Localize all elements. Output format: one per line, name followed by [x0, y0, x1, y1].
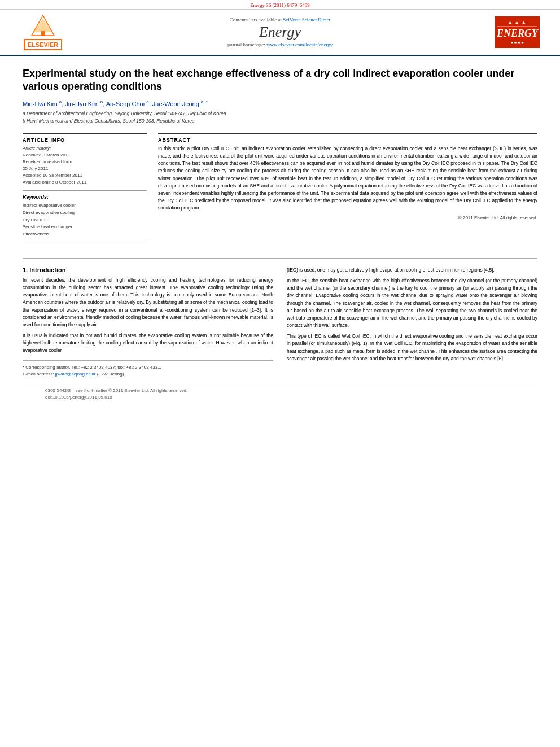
top-banner: Energy 36 (2011) 6479–6489	[0, 0, 560, 10]
svg-marker-2	[33, 19, 53, 32]
keyword-3: Dry Coil IEC	[23, 217, 147, 224]
intro-right-para1: (IEC) is used, one may get a relatively …	[287, 267, 537, 274]
issn-line: 0360-5442/$ – see front matter © 2011 El…	[45, 387, 515, 395]
keywords-label: Keywords:	[23, 194, 147, 200]
keyword-5: Effectiveness	[23, 231, 147, 238]
journal-header: ELSEVIER Contents lists available at Sci…	[0, 10, 560, 56]
intro-para2: It is usually indicated that in hot and …	[23, 332, 273, 355]
article-info-abstract-row: ARTICLE INFO Article history: Received 8…	[23, 133, 537, 248]
authors-line: Min-Hwi Kim a, Jin-Hyo Kim b, An-Seop Ch…	[23, 99, 537, 107]
article-history: Article history: Received 8 March 2011 R…	[23, 145, 147, 186]
revised-label: Received in revised form	[23, 159, 147, 165]
journal-title: Energy	[77, 24, 483, 41]
email-line: E-mail address: jjwarc@sejong.ac.kr (J.-…	[23, 371, 273, 378]
abstract-label: ABSTRACT	[158, 137, 537, 143]
keyword-1: Indirect evaporative cooler	[23, 202, 147, 209]
intro-right-para3: This type of IEC is called Wet Coil IEC,…	[287, 333, 537, 362]
copyright-line: © 2011 Elsevier Ltd. All rights reserved…	[158, 215, 537, 220]
corresponding-author-note: * Corresponding author. Tel.: +82 2 3408…	[23, 364, 273, 371]
email-name: (J.-W. Jeong).	[97, 372, 125, 377]
email-label: E-mail address:	[23, 372, 54, 377]
history-label: Article history:	[23, 146, 51, 151]
keyword-2: Direct evaporative cooling	[23, 209, 147, 217]
affiliations: a Department of Architectural Engineerin…	[23, 110, 537, 125]
affiliation-a: a Department of Architectural Engineerin…	[23, 110, 537, 117]
elsevier-tree-icon	[29, 14, 57, 37]
article-info-section: ARTICLE INFO Article history: Received 8…	[23, 133, 147, 242]
accepted-date: Accepted 10 September 2011	[23, 172, 147, 179]
available-date: Available online 8 October 2011	[23, 179, 147, 186]
intro-right-para2: In the IEC, the sensible heat exchange w…	[287, 277, 537, 329]
abstract-col: ABSTRACT In this study, a pilot Dry Coil…	[158, 133, 537, 248]
article-info-label: ARTICLE INFO	[23, 137, 147, 143]
article-title: Experimental study on the heat exchange …	[23, 67, 537, 94]
abstract-text: In this study, a pilot Dry Coil IEC unit…	[158, 145, 537, 212]
keyword-4: Sensible heat exchanger	[23, 224, 147, 231]
intro-heading: 1. Introduction	[23, 267, 273, 273]
journal-center: Contents lists available at SciVerse Sci…	[77, 17, 483, 47]
intro-para1: In recent decades, the development of hi…	[23, 277, 273, 329]
sciverse-link[interactable]: SciVerse ScienceDirect	[283, 17, 330, 23]
elsevier-logo-area: ELSEVIER	[9, 14, 77, 50]
revised-date: 25 July 2011	[23, 165, 147, 172]
received-date: Received 8 March 2011	[23, 152, 147, 159]
elsevier-text: ELSEVIER	[24, 39, 62, 50]
main-content: Experimental study on the heat exchange …	[0, 56, 560, 415]
body-content: 1. Introduction In recent decades, the d…	[23, 267, 537, 378]
energy-logo-area: ▲ ▲ ▲ ENERGY ■ ■ ■ ■	[483, 16, 551, 48]
body-right-col: (IEC) is used, one may get a relatively …	[287, 267, 537, 378]
affiliation-b: b Hanil Mechanical and Electrical Consul…	[23, 117, 537, 125]
keywords-section: Keywords: Indirect evaporative cooler Di…	[23, 190, 147, 238]
bottom-bar: 0360-5442/$ – see front matter © 2011 El…	[23, 385, 537, 404]
keywords-list: Indirect evaporative cooler Direct evapo…	[23, 202, 147, 238]
footnote-area: * Corresponding author. Tel.: +82 2 3408…	[23, 360, 273, 378]
energy-logo-text: ENERGY	[497, 28, 537, 40]
energy-logo-bottom: ■ ■ ■ ■	[497, 41, 537, 45]
sciverse-text: Contents lists available at SciVerse Sci…	[77, 17, 483, 23]
energy-logo-top: ▲ ▲ ▲	[497, 20, 537, 27]
abstract-section: ABSTRACT In this study, a pilot Dry Coil…	[158, 133, 537, 221]
homepage-url[interactable]: www.elsevier.com/locate/energy	[266, 42, 333, 47]
journal-homepage: journal homepage: www.elsevier.com/locat…	[77, 42, 483, 47]
article-info-col: ARTICLE INFO Article history: Received 8…	[23, 133, 147, 248]
journal-citation: Energy 36 (2011) 6479–6489	[250, 2, 310, 8]
doi-line: doi:10.1016/j.energy.2011.09.018	[45, 394, 515, 401]
email-address[interactable]: jjwarc@sejong.ac.kr	[55, 372, 96, 377]
body-left-col: 1. Introduction In recent decades, the d…	[23, 267, 273, 378]
section-divider	[23, 258, 537, 259]
